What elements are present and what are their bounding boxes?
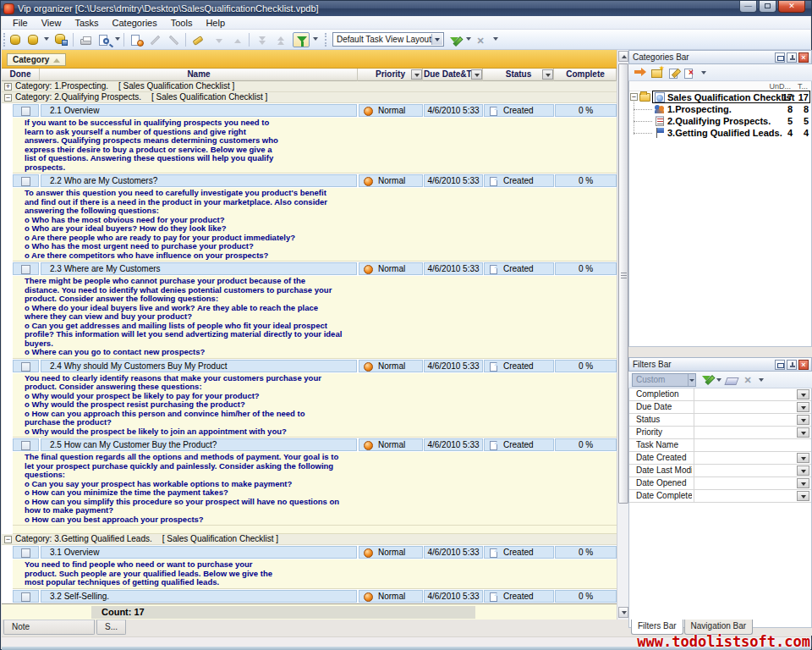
- column-filter-button[interactable]: [471, 69, 482, 80]
- filter-dropdown-button[interactable]: [797, 402, 809, 412]
- menu-item-help[interactable]: Help: [200, 17, 231, 29]
- filter-column-separator: [694, 465, 694, 476]
- delete-category-button[interactable]: [683, 67, 696, 79]
- task-row[interactable]: 3.1 OverviewNormal4/6/2010 5:33 PMCreate…: [2, 545, 617, 559]
- categories-pin-button[interactable]: [787, 52, 797, 63]
- column-header-done[interactable]: Done: [2, 69, 40, 81]
- group-by-chip-category[interactable]: Category: [7, 53, 66, 66]
- menu-item-tasks[interactable]: Tasks: [69, 17, 104, 29]
- collapse-group-icon[interactable]: −: [4, 536, 12, 543]
- task-checkbox[interactable]: [21, 107, 30, 116]
- move-down-button-disabled[interactable]: [210, 32, 227, 47]
- column-filter-button[interactable]: [542, 69, 553, 80]
- layout-edit-dropdown-icon[interactable]: [466, 37, 471, 41]
- tree-item-1-prospecting-[interactable]: 1.Prospecting.88: [629, 103, 811, 115]
- menu-item-file[interactable]: File: [7, 17, 34, 29]
- filters-pin-button[interactable]: [787, 360, 797, 370]
- save-database-button[interactable]: [52, 32, 69, 47]
- toolbar-separator: [249, 33, 250, 47]
- filter-toggle-button[interactable]: [293, 32, 310, 47]
- task-checkbox[interactable]: [21, 441, 30, 450]
- group-row[interactable]: −Category: 3.Getting Qualified Leads.[ S…: [2, 534, 617, 545]
- task-checkbox[interactable]: [21, 265, 30, 274]
- categories-restore-button[interactable]: [775, 52, 785, 63]
- tree-item-3-getting-qualified-leads-[interactable]: 3.Getting Qualified Leads.44: [629, 127, 811, 139]
- apply-filter-dropdown-icon[interactable]: [716, 378, 721, 382]
- task-row[interactable]: 2.2 Who are My Customers?Normal4/6/2010 …: [2, 174, 617, 188]
- task-checkbox[interactable]: [21, 592, 30, 602]
- note-tab-subtasks[interactable]: S...: [96, 620, 126, 635]
- combobox-arrow-icon[interactable]: [431, 34, 442, 45]
- toolbar-overflow-icon[interactable]: [493, 37, 498, 41]
- apply-filter-button[interactable]: [701, 374, 715, 386]
- task-checkbox[interactable]: [21, 548, 30, 558]
- column-header-complete[interactable]: Complete: [555, 69, 617, 81]
- grid-vertical-scrollbar[interactable]: [617, 50, 628, 620]
- task-checkbox[interactable]: [21, 362, 30, 372]
- minimize-button[interactable]: —: [739, 1, 757, 13]
- column-filter-button[interactable]: [411, 69, 422, 80]
- filter-dropdown-button[interactable]: [797, 491, 809, 501]
- delete-filter-button[interactable]: ✕: [740, 372, 755, 388]
- note-tab-note[interactable]: Note: [3, 620, 95, 635]
- print-button[interactable]: [77, 32, 94, 47]
- filter-dropdown-button[interactable]: [797, 427, 809, 438]
- tree-collapse-icon[interactable]: −: [630, 93, 638, 101]
- column-undone[interactable]: UnD...: [769, 82, 791, 91]
- open-database-button[interactable]: [25, 32, 41, 47]
- edit-category-button[interactable]: [667, 67, 681, 79]
- menu-item-categories[interactable]: Categories: [107, 17, 163, 29]
- filter-dropdown-button[interactable]: [797, 389, 809, 399]
- filter-dropdown-button[interactable]: [797, 478, 809, 488]
- categories-toolbar-overflow-icon[interactable]: [701, 71, 706, 74]
- close-button[interactable]: ✕: [778, 1, 805, 13]
- move-bottom-button-disabled[interactable]: [253, 32, 270, 47]
- new-task-button[interactable]: [128, 32, 145, 47]
- move-up-button-disabled[interactable]: [228, 32, 245, 47]
- filters-close-button[interactable]: ×: [798, 360, 809, 370]
- filter-dropdown-button[interactable]: [797, 453, 809, 463]
- filter-preset-combobox[interactable]: Custom: [632, 373, 696, 387]
- highlight-button[interactable]: [189, 32, 206, 47]
- open-database-dropdown-icon[interactable]: [44, 37, 49, 41]
- filter-dropdown-icon[interactable]: [313, 37, 318, 41]
- scroll-down-button[interactable]: [618, 607, 628, 618]
- edit-task-button-disabled[interactable]: [146, 32, 163, 47]
- task-row[interactable]: 2.5 How can My Customer Buy the Product?…: [2, 438, 617, 452]
- print-preview-button[interactable]: [96, 32, 112, 47]
- task-checkbox[interactable]: [21, 177, 30, 186]
- group-row[interactable]: −Category: 2.Qualifying Prospects.[ Sale…: [2, 92, 617, 103]
- column-total[interactable]: T...: [798, 82, 808, 91]
- new-database-button[interactable]: [7, 32, 24, 47]
- filters-restore-button[interactable]: [775, 360, 785, 370]
- scroll-up-button[interactable]: [618, 51, 628, 62]
- tree-item-sales-qualification-checklist[interactable]: −Sales Qualification Checklist1717: [629, 91, 811, 103]
- move-top-button-disabled[interactable]: [272, 32, 288, 47]
- column-header-name[interactable]: Name: [41, 69, 358, 81]
- collapse-group-icon[interactable]: −: [4, 94, 12, 102]
- new-category-button[interactable]: [650, 67, 664, 79]
- delete-task-button-disabled[interactable]: [165, 32, 182, 47]
- task-row[interactable]: 3.2 Self-Selling.Normal4/6/2010 5:33 PMC…: [2, 589, 617, 603]
- group-row[interactable]: +Category: 1.Prospecting.[ Sales Qualifi…: [2, 81, 617, 92]
- menu-item-view[interactable]: View: [36, 17, 68, 29]
- layout-combobox[interactable]: Default Task View Layout: [332, 32, 444, 47]
- expand-group-icon[interactable]: +: [4, 83, 12, 91]
- tree-item-2-qualifying-prospects-[interactable]: 2.Qualifying Prospects.55: [629, 115, 811, 127]
- print-overflow-icon[interactable]: [115, 37, 120, 41]
- maximize-button[interactable]: [759, 1, 776, 13]
- move-to-category-button[interactable]: [634, 67, 647, 79]
- layout-edit-button[interactable]: [447, 32, 464, 47]
- task-row[interactable]: 2.3 Where are My CustomersNormal4/6/2010…: [2, 262, 617, 276]
- task-row[interactable]: 2.4 Why should My Customers Buy My Produ…: [2, 359, 617, 373]
- categories-close-button[interactable]: ×: [798, 52, 809, 63]
- layout-delete-button-disabled[interactable]: ✕: [473, 32, 488, 47]
- filters-toolbar-overflow-icon[interactable]: [759, 378, 764, 382]
- filter-dropdown-button[interactable]: [797, 465, 809, 476]
- menu-item-tools[interactable]: Tools: [165, 17, 199, 29]
- task-row[interactable]: 2.1 OverviewNormal4/6/2010 5:33 PMCreate…: [2, 103, 617, 118]
- filter-dropdown-button[interactable]: [797, 415, 809, 425]
- scrollbar-thumb[interactable]: [618, 63, 628, 504]
- filter-row-task-name: Task Name: [629, 439, 811, 452]
- clear-filter-button[interactable]: [725, 374, 738, 386]
